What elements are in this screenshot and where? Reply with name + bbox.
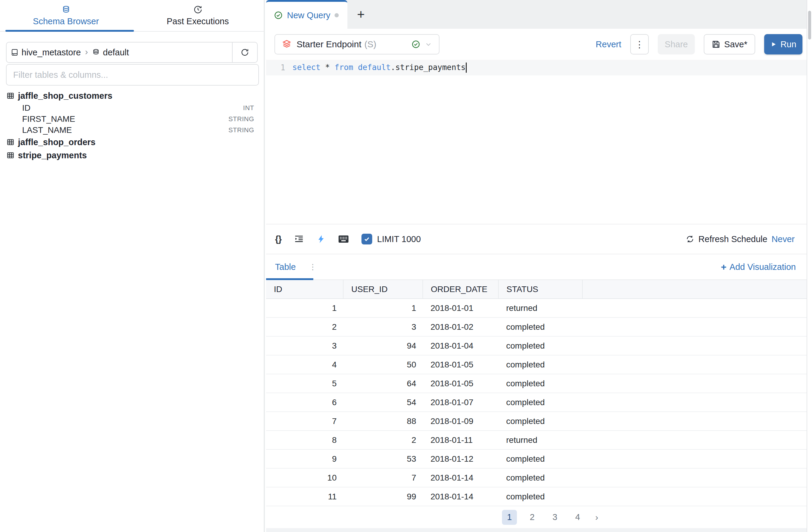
cell-id: 5 — [266, 374, 343, 393]
refresh-icon — [241, 48, 249, 57]
cell-status: returned — [498, 299, 582, 318]
cell-status: completed — [498, 336, 582, 355]
catalog-icon — [11, 48, 18, 56]
tree-column-id[interactable]: ID INT — [0, 102, 264, 113]
tab-schema-browser[interactable]: Schema Browser — [0, 0, 132, 31]
next-page-button[interactable]: › — [593, 512, 600, 522]
column-header-filler — [582, 280, 807, 299]
table-tab-kebab-icon[interactable]: ⋮ — [309, 262, 317, 272]
schema-icon — [92, 48, 100, 56]
column-header-status[interactable]: STATUS — [498, 280, 582, 299]
tree-table-jaffle-shop-customers[interactable]: jaffle_shop_customers — [0, 89, 264, 102]
column-name: LAST_NAME — [22, 125, 72, 135]
save-floppy-icon — [712, 40, 721, 49]
page-button-4[interactable]: 4 — [570, 510, 585, 525]
table-grid-icon — [6, 138, 14, 146]
filter-tables-input[interactable] — [6, 64, 259, 86]
limit-checkbox[interactable] — [361, 234, 372, 244]
cell-filler — [582, 336, 807, 355]
cell-filler — [582, 431, 807, 449]
tree-table-stripe-payments[interactable]: stripe_payments — [0, 149, 264, 162]
column-header-user-id[interactable]: USER_ID — [343, 280, 423, 299]
limit-toggle[interactable]: LIMIT 1000 — [361, 234, 421, 244]
plus-icon: + — [721, 262, 726, 272]
tab-past-executions-label: Past Executions — [167, 16, 229, 26]
endpoint-selector[interactable]: Starter Endpoint (S) — [274, 34, 439, 54]
main-panel: New Query + Starter Endpoint (S) — [266, 0, 807, 532]
table-grid-icon — [6, 151, 14, 159]
breadcrumb-catalog[interactable]: hive_metastore — [21, 47, 81, 57]
page-button-3[interactable]: 3 — [547, 510, 562, 525]
vertical-scrollbar-thumb[interactable] — [808, 11, 811, 40]
results-table: ID USER_ID ORDER_DATE STATUS 112018-01-0… — [266, 280, 807, 506]
cell-id: 8 — [266, 431, 343, 449]
table-row: 1072018-01-14completed — [266, 468, 807, 487]
sql-code-line: select * from default.stripe_payments — [292, 62, 467, 73]
tree-table-jaffle-shop-orders[interactable]: jaffle_shop_orders — [0, 136, 264, 149]
run-button[interactable]: Run — [764, 34, 802, 54]
format-braces-icon[interactable]: {} — [275, 234, 281, 244]
page-button-2[interactable]: 2 — [525, 510, 540, 525]
page-button-1[interactable]: 1 — [502, 510, 517, 525]
table-row: 9532018-01-12completed — [266, 449, 807, 468]
tab-new-query[interactable]: New Query — [266, 0, 347, 29]
indent-icon[interactable] — [294, 234, 304, 244]
limit-label: LIMIT 1000 — [377, 234, 421, 244]
cell-order-date: 2018-01-05 — [423, 374, 498, 393]
line-number: 1 — [266, 63, 285, 72]
breadcrumb[interactable]: hive_metastore › default — [6, 42, 232, 62]
horizontal-scrollbar-track[interactable] — [266, 528, 807, 532]
schema-tree: jaffle_shop_customers ID INT FIRST_NAME … — [0, 89, 264, 162]
editor-toolbar: {} — [266, 224, 807, 254]
cell-status: completed — [498, 412, 582, 431]
cell-id: 7 — [266, 412, 343, 431]
schema-breadcrumb-box: hive_metastore › default — [6, 42, 258, 63]
breadcrumb-schema[interactable]: default — [103, 47, 129, 57]
play-icon — [770, 41, 777, 47]
new-tab-button[interactable]: + — [347, 0, 374, 29]
cell-user-id: 54 — [343, 393, 423, 412]
sql-operator: * — [320, 63, 335, 72]
cell-status: returned — [498, 431, 582, 449]
cell-id: 9 — [266, 449, 343, 468]
share-button[interactable]: Share — [658, 34, 695, 54]
column-header-order-date[interactable]: ORDER_DATE — [423, 280, 498, 299]
cell-user-id: 3 — [343, 318, 423, 336]
table-name: stripe_payments — [18, 151, 87, 160]
pagination: 1 2 3 4 › — [281, 506, 812, 528]
cell-user-id: 50 — [343, 355, 423, 374]
add-visualization-button[interactable]: + Add Visualization — [721, 262, 796, 272]
refresh-schedule-value[interactable]: Never — [772, 234, 795, 244]
cell-order-date: 2018-01-12 — [423, 449, 498, 468]
cell-status: completed — [498, 393, 582, 412]
more-options-button[interactable]: ⋮ — [630, 34, 649, 54]
refresh-schedule-label: Refresh Schedule — [698, 234, 767, 244]
lightning-bolt-icon[interactable] — [317, 234, 325, 244]
tree-column-last-name[interactable]: LAST_NAME STRING — [0, 125, 264, 136]
cell-filler — [582, 374, 807, 393]
refresh-schema-button[interactable] — [232, 42, 257, 62]
sql-editor[interactable]: 1 select * from default.stripe_payments — [266, 60, 807, 224]
unsaved-indicator-dot — [335, 13, 339, 17]
keyboard-shortcuts-icon[interactable] — [338, 235, 349, 243]
table-name: jaffle_shop_customers — [18, 91, 112, 101]
tab-table-visualization[interactable]: Table — [275, 262, 296, 272]
cell-user-id: 7 — [343, 468, 423, 487]
cell-id: 10 — [266, 468, 343, 487]
table-row: 3942018-01-04completed — [266, 336, 807, 355]
cell-user-id: 64 — [343, 374, 423, 393]
cell-order-date: 2018-01-11 — [423, 431, 498, 449]
active-tab-underline — [5, 30, 134, 32]
revert-button[interactable]: Revert — [596, 40, 621, 50]
cell-id: 2 — [266, 318, 343, 336]
vertical-scrollbar[interactable] — [807, 0, 812, 532]
run-button-label: Run — [780, 40, 796, 50]
column-type: INT — [243, 104, 254, 112]
cell-user-id: 2 — [343, 431, 423, 449]
check-circle-icon — [274, 11, 283, 20]
sql-dot: . — [391, 63, 395, 72]
tab-past-executions[interactable]: Past Executions — [132, 0, 264, 31]
column-header-id[interactable]: ID — [266, 280, 343, 299]
tree-column-first-name[interactable]: FIRST_NAME STRING — [0, 113, 264, 125]
save-button[interactable]: Save* — [704, 34, 755, 54]
